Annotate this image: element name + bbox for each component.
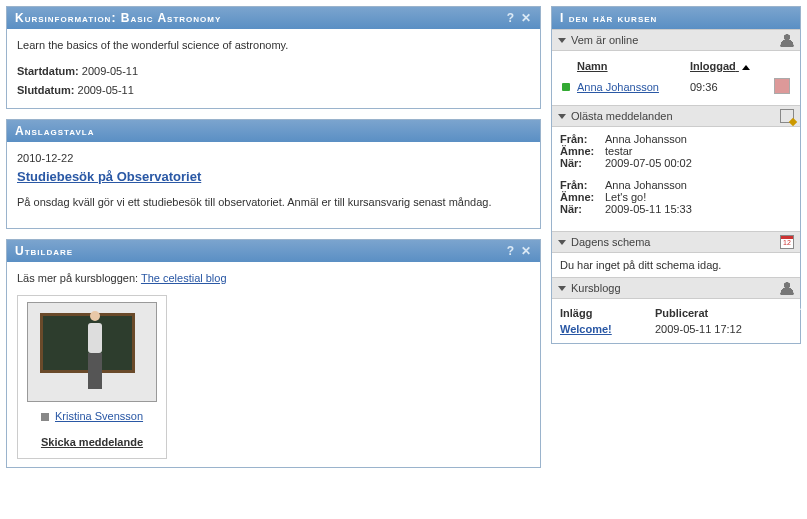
educator-photo	[27, 302, 157, 402]
educator-name-row: Kristina Svensson	[24, 408, 160, 426]
announcements-header: Anslagstavla	[7, 120, 540, 142]
msg-when: 2009-07-05 00:02	[605, 157, 692, 169]
send-message-link[interactable]: Skicka meddelande	[24, 434, 160, 452]
online-login-time: 09:36	[688, 75, 772, 99]
help-icon[interactable]: ?	[507, 244, 515, 258]
start-date-label: Startdatum:	[17, 65, 79, 77]
subject-label: Ämne:	[560, 145, 605, 157]
blog-section-header[interactable]: Kursblogg	[552, 277, 800, 299]
compose-icon[interactable]	[780, 109, 794, 123]
announcements-title: Anslagstavla	[15, 124, 532, 138]
course-description: Learn the basics of the wonderful scienc…	[17, 37, 530, 55]
educators-header: Utbildare ? ✕	[7, 240, 540, 262]
online-user-link[interactable]: Anna Johansson	[577, 81, 659, 93]
announcements-panel: Anslagstavla 2010-12-22 Studiebesök på O…	[6, 119, 541, 229]
message-item[interactable]: Från:Anna Johansson Ämne:Let's go! När:2…	[560, 179, 792, 215]
educators-intro-text: Läs mer på kursbloggen:	[17, 272, 141, 284]
unread-section-title: Olästa meddelanden	[571, 110, 780, 122]
announcement-body: På onsdag kväll gör vi ett studiebesök t…	[17, 194, 530, 212]
start-date-row: Startdatum: 2009-05-11	[17, 63, 530, 81]
online-col-login[interactable]: Inloggad	[688, 57, 772, 75]
end-date-row: Slutdatum: 2009-05-11	[17, 82, 530, 100]
message-item[interactable]: Från:Anna Johansson Ämne:testar När:2009…	[560, 133, 792, 169]
end-date-value: 2009-05-11	[78, 84, 134, 96]
schedule-empty-text: Du har inget på ditt schema idag.	[560, 259, 721, 271]
chevron-down-icon	[558, 114, 566, 119]
blog-col-published: Publicerat	[655, 307, 708, 319]
when-label: När:	[560, 203, 605, 215]
course-side-panel: I den här kursen Vem är online Namn Inlo…	[551, 6, 801, 344]
online-col-name[interactable]: Namn	[575, 57, 688, 75]
course-info-title: Kursinformation: Basic Astronomy	[15, 11, 501, 25]
calendar-icon[interactable]	[780, 235, 794, 249]
start-date-value: 2009-05-11	[82, 65, 138, 77]
person-icon	[780, 33, 794, 47]
from-label: Från:	[560, 133, 605, 145]
unread-section-header[interactable]: Olästa meddelanden	[552, 105, 800, 127]
close-icon[interactable]: ✕	[521, 244, 532, 258]
blog-post-row: Welcome! 2009-05-11 17:12	[560, 321, 792, 337]
blog-post-date: 2009-05-11 17:12	[655, 323, 742, 335]
educators-title: Utbildare	[15, 244, 501, 258]
msg-when: 2009-05-11 15:33	[605, 203, 692, 215]
msg-subject: testar	[605, 145, 633, 157]
educators-panel: Utbildare ? ✕ Läs mer på kursbloggen: Th…	[6, 239, 541, 468]
subject-label: Ämne:	[560, 191, 605, 203]
course-info-header: Kursinformation: Basic Astronomy ? ✕	[7, 7, 540, 29]
course-side-title: I den här kursen	[560, 11, 792, 25]
help-icon[interactable]: ?	[507, 11, 515, 25]
msg-subject: Let's go!	[605, 191, 646, 203]
blog-section-title: Kursblogg	[571, 282, 780, 294]
schedule-section-title: Dagens schema	[571, 236, 780, 248]
end-date-label: Slutdatum:	[17, 84, 74, 96]
announcement-date: 2010-12-22	[17, 150, 530, 168]
person-icon	[780, 281, 794, 295]
educator-name-link[interactable]: Kristina Svensson	[55, 410, 143, 422]
chevron-down-icon	[558, 286, 566, 291]
online-section-header[interactable]: Vem är online	[552, 29, 800, 51]
chevron-down-icon	[558, 38, 566, 43]
blog-col-post: Inlägg	[560, 307, 655, 319]
status-online-icon	[562, 83, 570, 91]
course-side-header: I den här kursen	[552, 7, 800, 29]
course-blog-link[interactable]: The celestial blog	[141, 272, 227, 284]
online-section-title: Vem är online	[571, 34, 780, 46]
educator-card: Kristina Svensson Skicka meddelande	[17, 295, 167, 458]
online-table: Namn Inloggad Anna Johansson 09:36	[560, 57, 792, 99]
user-avatar[interactable]	[774, 78, 790, 94]
status-offline-icon	[41, 413, 49, 421]
blog-header-row: Inlägg Publicerat	[560, 305, 792, 321]
msg-from: Anna Johansson	[605, 133, 687, 145]
close-icon[interactable]: ✕	[521, 11, 532, 25]
schedule-section-header[interactable]: Dagens schema	[552, 231, 800, 253]
sort-asc-icon	[742, 65, 750, 70]
when-label: När:	[560, 157, 605, 169]
course-info-panel: Kursinformation: Basic Astronomy ? ✕ Lea…	[6, 6, 541, 109]
msg-from: Anna Johansson	[605, 179, 687, 191]
from-label: Från:	[560, 179, 605, 191]
chevron-down-icon	[558, 240, 566, 245]
blog-post-link[interactable]: Welcome!	[560, 323, 612, 335]
announcement-title-link[interactable]: Studiebesök på Observatoriet	[17, 169, 201, 184]
educators-intro: Läs mer på kursbloggen: The celestial bl…	[17, 270, 530, 288]
online-row: Anna Johansson 09:36	[560, 75, 792, 99]
